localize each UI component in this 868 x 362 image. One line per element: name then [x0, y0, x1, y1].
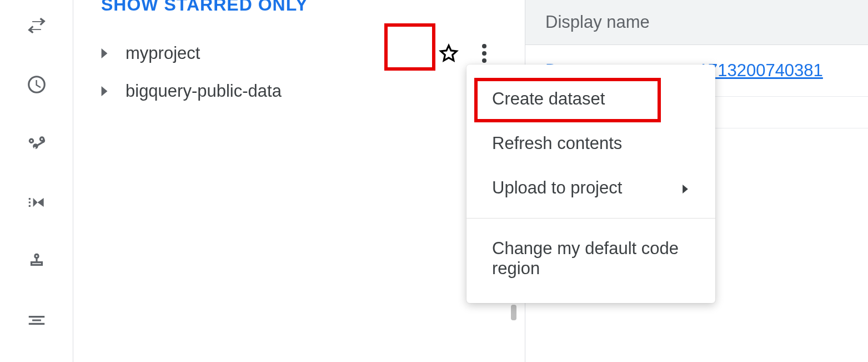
project-row-myproject[interactable]: myproject [89, 34, 506, 72]
menu-item-change-default-code-region[interactable]: Change my default code region [466, 226, 715, 291]
star-outline-icon[interactable] [436, 41, 461, 66]
menu-divider [466, 218, 715, 219]
menu-item-label: Change my default code region [492, 239, 690, 279]
scrollbar-thumb[interactable] [511, 305, 516, 320]
clock-icon[interactable] [23, 71, 50, 98]
expand-icon[interactable] [93, 86, 116, 96]
menu-item-label: Create dataset [492, 89, 605, 109]
menu-item-label: Refresh contents [492, 133, 622, 153]
column-header-display-name: Display name [525, 0, 868, 45]
project-context-menu: Create dataset Refresh contents Upload t… [466, 65, 715, 303]
expand-icon[interactable] [93, 48, 116, 58]
pipeline-icon[interactable] [23, 248, 50, 275]
svg-point-0 [482, 44, 486, 48]
sql-icon[interactable] [23, 307, 50, 334]
migration-icon[interactable] [23, 189, 50, 216]
menu-item-refresh-contents[interactable]: Refresh contents [466, 121, 715, 166]
svg-point-1 [482, 51, 486, 56]
analytics-hub-icon[interactable] [23, 130, 50, 157]
menu-item-create-dataset[interactable]: Create dataset [466, 77, 715, 121]
project-tree: myproject bigquery-public-data [89, 34, 506, 110]
menu-item-upload-to-project[interactable]: Upload to project [466, 166, 715, 210]
highlight-more-button [384, 23, 435, 71]
explorer-panel: SHOW STARRED ONLY myproject bigquery-pub… [73, 0, 518, 362]
show-starred-only-link[interactable]: SHOW STARRED ONLY [101, 0, 308, 15]
transfers-icon[interactable] [23, 12, 50, 39]
svg-point-2 [482, 58, 486, 63]
project-row-bigquery-public-data[interactable]: bigquery-public-data [89, 72, 506, 110]
left-sidebar [0, 0, 73, 362]
menu-item-label: Upload to project [492, 178, 622, 198]
chevron-right-icon [681, 178, 690, 198]
project-label: bigquery-public-data [116, 81, 478, 101]
